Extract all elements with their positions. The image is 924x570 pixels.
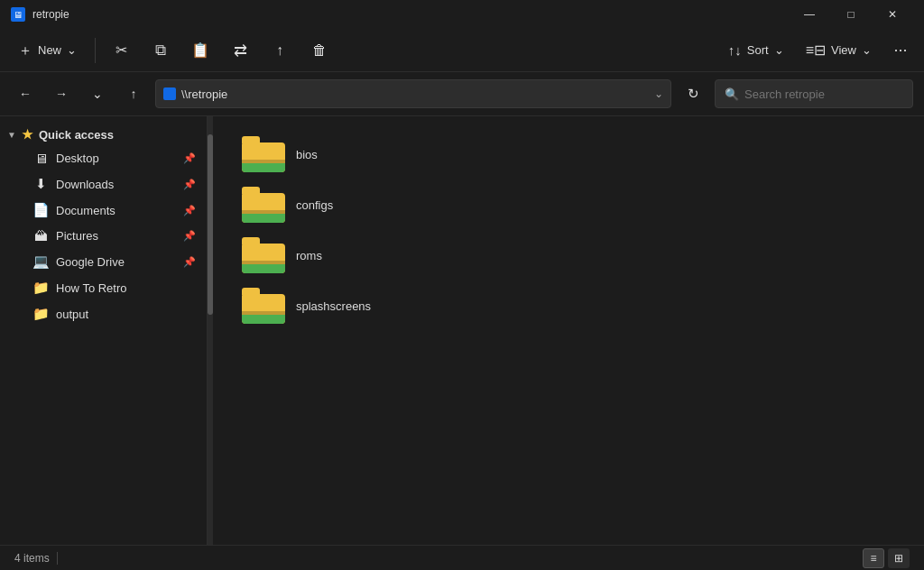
sidebar-item-desktop-label: Desktop: [56, 152, 176, 165]
downloads-icon: ⬇: [32, 176, 49, 192]
cut-button[interactable]: ✂: [103, 32, 139, 69]
more-button[interactable]: ···: [884, 34, 917, 67]
address-bar: ← → ⌄ ↑ ⌄ ↻ 🔍: [0, 72, 924, 116]
file-name-splashscreens: splashscreens: [296, 299, 371, 313]
status-left: 4 items: [14, 552, 58, 565]
address-dropdown-icon[interactable]: ⌄: [654, 87, 663, 100]
documents-icon: 📄: [32, 202, 49, 218]
copy-button[interactable]: ⧉: [143, 32, 179, 69]
sidebar-item-howtoretro-label: How To Retro: [56, 281, 196, 295]
delete-icon: 🗑: [312, 43, 327, 58]
desktop-icon: 🖥: [32, 151, 49, 166]
search-box[interactable]: 🔍: [715, 79, 913, 108]
sort-label: Sort: [747, 43, 769, 57]
new-label: New: [38, 43, 61, 57]
sidebar-item-output[interactable]: 📁 output: [4, 301, 203, 326]
share-button[interactable]: ↑: [262, 32, 298, 69]
folder-icon-bios: [242, 136, 285, 172]
toolbar: ＋ New ⌄ ✂ ⧉ 📋 ⇄ ↑ 🗑 ↑↓ Sort ⌄ ≡⊟ View ⌄ …: [0, 29, 924, 72]
sidebar-item-googledrive[interactable]: 💻 Google Drive 📌: [4, 249, 203, 274]
grid-view-icon: ⊞: [894, 552, 903, 565]
close-button[interactable]: ✕: [872, 0, 913, 29]
file-name-configs: configs: [296, 198, 333, 212]
sidebar-item-pictures[interactable]: 🏔 Pictures 📌: [4, 224, 203, 248]
folder-icon-splashscreens: [242, 288, 285, 324]
paste-icon: 📋: [191, 43, 209, 58]
minimize-button[interactable]: —: [789, 0, 830, 29]
file-item-splashscreens[interactable]: splashscreens: [235, 282, 902, 329]
sort-icon: ↑↓: [728, 42, 742, 58]
share-icon: ↑: [276, 43, 283, 58]
list-view-icon: ≡: [870, 552, 876, 565]
sidebar-scrollbar-thumb[interactable]: [208, 134, 213, 315]
sidebar-item-documents[interactable]: 📄 Documents 📌: [4, 198, 203, 223]
folder-icon-roms: [242, 237, 285, 273]
new-button[interactable]: ＋ New ⌄: [7, 32, 88, 69]
history-icon: ⌄: [92, 87, 103, 101]
folder-icon-configs: [242, 187, 285, 223]
sidebar-item-downloads[interactable]: ⬇ Downloads 📌: [4, 171, 203, 197]
address-icon: [163, 87, 176, 100]
view-label: View: [831, 43, 856, 57]
title-bar: 🖥 retropie — □ ✕: [0, 0, 924, 29]
more-icon: ···: [893, 41, 907, 60]
app-icon: 🖥: [11, 7, 25, 22]
up-button[interactable]: ↑: [119, 79, 148, 108]
title-bar-left: 🖥 retropie: [11, 7, 69, 22]
sidebar-scrollbar[interactable]: [208, 116, 213, 545]
move-icon: ⇄: [234, 42, 247, 59]
pin-icon-documents: 📌: [183, 205, 196, 216]
folder-green: [242, 315, 285, 324]
refresh-button[interactable]: ↻: [679, 79, 707, 108]
view-button[interactable]: ≡⊟ View ⌄: [797, 36, 881, 64]
sidebar-item-desktop[interactable]: 🖥 Desktop 📌: [4, 146, 203, 170]
folder-green: [242, 163, 285, 172]
maximize-button[interactable]: □: [830, 0, 872, 29]
quickaccess-header[interactable]: ▼ ★ Quick access: [0, 124, 207, 145]
cut-icon: ✂: [116, 43, 127, 58]
quickaccess-chevron-icon: ▼: [7, 130, 16, 140]
toolbar-right: ↑↓ Sort ⌄ ≡⊟ View ⌄ ···: [719, 34, 917, 67]
pictures-icon: 🏔: [32, 228, 49, 244]
folder-green: [242, 214, 285, 223]
sidebar-item-documents-label: Documents: [56, 204, 176, 217]
file-area: bios configs roms: [213, 116, 924, 545]
search-input[interactable]: [744, 87, 903, 101]
new-chevron-icon: ⌄: [67, 43, 77, 57]
sort-chevron-icon: ⌄: [774, 43, 784, 57]
view-chevron-icon: ⌄: [862, 43, 872, 57]
sort-button[interactable]: ↑↓ Sort ⌄: [719, 37, 793, 63]
file-item-configs[interactable]: configs: [235, 181, 902, 228]
forward-icon: →: [55, 87, 68, 101]
up-icon: ↑: [131, 87, 137, 101]
sidebar-item-pictures-label: Pictures: [56, 229, 176, 243]
quickaccess-star-icon: ★: [22, 127, 33, 142]
window-title: retropie: [32, 8, 69, 21]
status-separator: [57, 552, 58, 565]
pin-icon: 📌: [183, 152, 196, 164]
folder-green: [242, 264, 285, 273]
list-view-button[interactable]: ≡: [863, 548, 884, 568]
sidebar: ▼ ★ Quick access 🖥 Desktop 📌 ⬇ Downloads…: [0, 116, 208, 545]
pin-icon-pictures: 📌: [183, 230, 196, 242]
history-button[interactable]: ⌄: [83, 79, 112, 108]
refresh-icon: ↻: [688, 86, 699, 102]
main-content: ▼ ★ Quick access 🖥 Desktop 📌 ⬇ Downloads…: [0, 116, 924, 545]
delete-button[interactable]: 🗑: [301, 32, 337, 69]
status-bar: 4 items ≡ ⊞: [0, 545, 924, 570]
file-item-roms[interactable]: roms: [235, 232, 902, 279]
grid-view-button[interactable]: ⊞: [888, 548, 910, 568]
back-button[interactable]: ←: [11, 79, 40, 108]
sidebar-item-output-label: output: [56, 308, 196, 321]
file-grid: bios configs roms: [235, 131, 902, 329]
pin-icon-downloads: 📌: [183, 179, 196, 190]
paste-button[interactable]: 📋: [182, 32, 218, 69]
forward-button[interactable]: →: [47, 79, 76, 108]
file-item-bios[interactable]: bios: [235, 131, 902, 178]
move-button[interactable]: ⇄: [222, 32, 258, 69]
output-icon: 📁: [32, 306, 49, 322]
address-input-wrap[interactable]: ⌄: [155, 79, 671, 108]
address-input[interactable]: [181, 87, 649, 101]
item-count: 4 items: [14, 552, 50, 565]
sidebar-item-howtoretro[interactable]: 📁 How To Retro: [4, 275, 203, 300]
